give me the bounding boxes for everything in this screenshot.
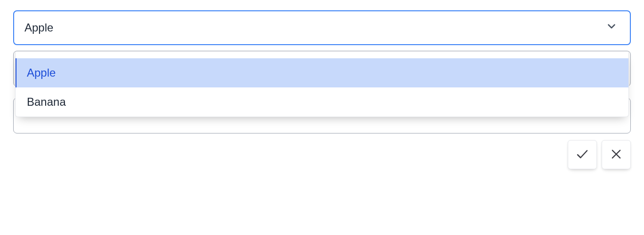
option-banana[interactable]: Banana — [16, 87, 628, 117]
fruit-select-dropdown: Apple Banana — [15, 52, 629, 117]
fruit-select[interactable]: Apple — [13, 10, 631, 45]
fruit-select-value: Apple — [24, 21, 53, 34]
check-icon — [575, 147, 589, 163]
confirm-button[interactable] — [568, 140, 597, 169]
option-apple[interactable]: Apple — [16, 58, 628, 87]
chevron-down-icon — [605, 20, 618, 35]
option-label: Banana — [27, 95, 66, 109]
close-icon — [610, 148, 623, 162]
cancel-button[interactable] — [602, 140, 631, 169]
option-label: Apple — [27, 66, 56, 79]
inline-edit-actions — [13, 140, 631, 169]
